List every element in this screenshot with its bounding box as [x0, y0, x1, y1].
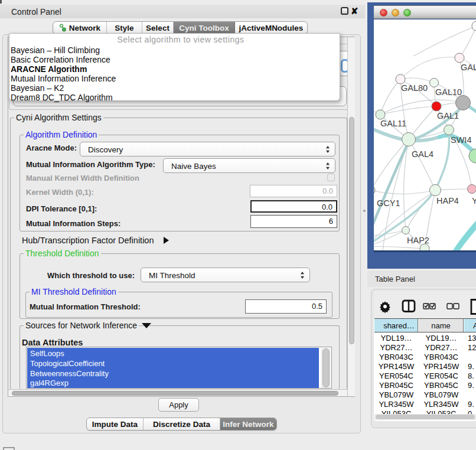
- svg-text:GAL11: GAL11: [380, 119, 406, 128]
- svg-text:GAL1: GAL1: [437, 111, 459, 120]
- svg-text:GAL8: GAL8: [461, 63, 476, 72]
- svg-text:GCY1: GCY1: [377, 198, 400, 208]
- svg-text:Y: Y: [472, 196, 476, 206]
- svg-text:GAL10: GAL10: [435, 87, 462, 97]
- svg-text:HAP4: HAP4: [436, 196, 459, 206]
- svg-text:GAL80: GAL80: [401, 83, 428, 93]
- svg-text:HAP2: HAP2: [407, 236, 429, 245]
- svg-text:SWI4: SWI4: [451, 135, 471, 145]
- svg-text:GAL4: GAL4: [412, 149, 433, 159]
